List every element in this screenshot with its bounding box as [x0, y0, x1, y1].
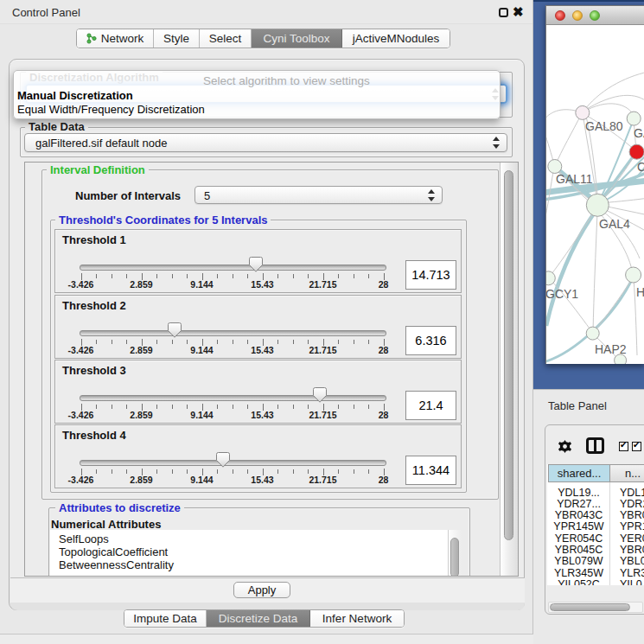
table-data-select[interactable]: galFiltered.sif default node [24, 133, 507, 152]
table-header-name[interactable]: n... [610, 464, 644, 482]
network-edge[interactable] [549, 208, 596, 277]
checkbox-icon[interactable] [632, 442, 641, 451]
slider-tick-label: 2.859 [130, 279, 152, 290]
table-horizontal-scrollbar[interactable] [548, 602, 643, 613]
network-edge[interactable] [546, 167, 554, 224]
dropdown-option-manual-discretization[interactable]: Manual Discretization [17, 89, 133, 102]
slider-knob[interactable] [249, 257, 263, 272]
close-icon[interactable]: ✖ [513, 3, 524, 21]
numerical-attributes-list[interactable]: SelfLoopsTopologicalCoefficientBetweenne… [50, 530, 449, 577]
slider-track[interactable] [80, 265, 386, 271]
network-node-label: GA [634, 126, 644, 140]
attributes-list-scrollbar[interactable] [448, 530, 462, 577]
table-horizontal-scrollbar-thumb[interactable] [550, 603, 630, 611]
window-zoom-icon[interactable] [590, 10, 600, 21]
cell-name: YPR1 [620, 521, 644, 532]
table-header-shared-name[interactable]: shared... [548, 464, 610, 482]
number-of-intervals-select[interactable]: 5 [194, 186, 443, 204]
dropdown-option-equal-width[interactable]: Equal Width/Frequency Discretization [17, 103, 205, 116]
tab-cyni-toolbox[interactable]: Cyni Toolbox [252, 29, 342, 48]
network-node-h[interactable] [626, 267, 641, 283]
tab-discretize-data[interactable]: Discretize Data [207, 610, 310, 627]
network-node-ga[interactable] [627, 112, 641, 125]
table-row[interactable]: YDR27...YDR2 [548, 499, 644, 510]
slider-track[interactable] [80, 330, 386, 336]
slider-tick-label: 21.715 [309, 345, 336, 355]
table-row[interactable]: YPR145WYPR1 [548, 521, 644, 532]
slider-knob[interactable] [216, 452, 230, 468]
threshold-value-field[interactable]: 14.713 [405, 260, 456, 290]
attributes-list-scrollbar-thumb[interactable] [450, 538, 459, 577]
table-panel-title: Table Panel [548, 399, 607, 412]
network-node-gal4[interactable] [586, 194, 609, 216]
slider-knob[interactable] [313, 387, 327, 403]
tab-jactivemnodules[interactable]: jActiveMNodules [342, 29, 450, 48]
threshold-value-field[interactable]: 6.316 [405, 326, 456, 355]
tab-infer-network[interactable]: Infer Network [310, 610, 404, 627]
attribute-list-item[interactable]: TopologicalCoefficient [59, 545, 168, 558]
algorithm-dropdown-popup: Select algorithm to view settings Manual… [13, 70, 501, 119]
threshold-value-field[interactable]: 21.4 [405, 391, 456, 420]
tab-label: Network [101, 32, 144, 45]
attribute-list-item[interactable]: SelfLoops [59, 532, 109, 545]
slider-tick-label: -3.426 [68, 279, 94, 290]
float-window-icon[interactable] [499, 8, 508, 17]
apply-strip: Apply [10, 577, 525, 603]
network-window-titlebar[interactable] [546, 6, 644, 25]
tab-label: Select [209, 32, 242, 45]
table-row[interactable]: YLR345WYLR3 [548, 568, 644, 579]
network-edge[interactable] [546, 131, 554, 164]
slider-knob[interactable] [168, 322, 182, 338]
tab-impute-data[interactable]: Impute Data [124, 610, 207, 627]
threshold-value-field[interactable]: 11.344 [405, 456, 456, 485]
table-row[interactable]: YER054CYER0 [548, 533, 644, 545]
apply-button[interactable]: Apply [233, 582, 290, 598]
control-panel-title: Control Panel [12, 6, 80, 19]
table-row[interactable]: YBR043CYBR0 [548, 510, 644, 521]
slider-tick [96, 469, 97, 474]
table-row[interactable]: YBL079WYBL0 [548, 556, 644, 567]
cell-name: YIL0 [620, 579, 642, 585]
dropdown-prompt-item[interactable]: Select algorithm to view settings [203, 74, 370, 87]
slider-tick [172, 340, 173, 344]
tab-select[interactable]: Select [200, 29, 252, 48]
network-edge[interactable] [546, 210, 596, 326]
table-row[interactable]: YDL19...YDL1 [548, 488, 644, 499]
gear-icon[interactable] [558, 439, 572, 454]
network-node-gal80[interactable] [576, 105, 590, 119]
tab-style[interactable]: Style [154, 29, 200, 48]
table-row[interactable]: YBR045CYBR0 [548, 545, 644, 556]
window-close-icon[interactable] [555, 10, 565, 21]
threshold-label: Threshold 1 [62, 233, 126, 246]
network-edge[interactable] [593, 212, 597, 333]
cell-shared-name: YDR27... [548, 499, 609, 510]
table-row[interactable]: YIL052CYIL0 [548, 579, 644, 585]
slider-track[interactable] [80, 460, 386, 466]
network-node-hap2[interactable] [586, 327, 599, 340]
attribute-list-item[interactable]: BetweennessCentrality [59, 558, 174, 571]
slider-tick [126, 340, 127, 344]
network-canvas[interactable]: GAL80GACGAL11GAL4GCY1HHAP2 [546, 25, 644, 364]
slider-tick [96, 405, 97, 409]
cell-name: YDL1 [620, 488, 644, 499]
slider-track[interactable] [80, 395, 386, 401]
checkbox-icon[interactable] [619, 442, 628, 451]
network-edge[interactable] [583, 104, 634, 118]
threshold-label: Threshold 2 [62, 299, 126, 312]
settings-scrollbar[interactable] [500, 163, 518, 576]
network-edge[interactable] [555, 113, 582, 166]
threshold-panel-1: Threshold 1-3.4262.8599.14415.4321.71528… [54, 229, 462, 293]
tab-network[interactable]: Network [77, 29, 154, 48]
slider-tick [233, 405, 233, 409]
network-edge[interactable] [594, 277, 633, 332]
split-view-icon[interactable] [586, 437, 604, 454]
settings-scrollpane: Interval Definition Number of Intervals … [24, 162, 519, 577]
cell-name: YER0 [620, 533, 644, 545]
network-node-c[interactable] [629, 144, 644, 159]
network-node[interactable] [615, 354, 627, 364]
table-data-group-title: Table Data [25, 120, 88, 133]
settings-scrollbar-thumb[interactable] [504, 170, 513, 540]
network-edge[interactable] [599, 208, 640, 258]
slider-tick [112, 274, 112, 278]
window-minimize-icon[interactable] [572, 10, 583, 21]
